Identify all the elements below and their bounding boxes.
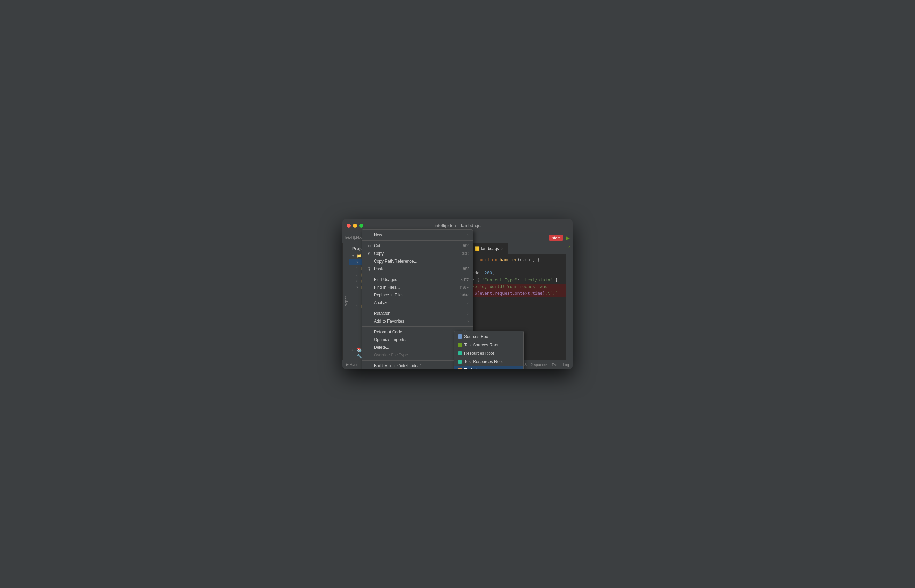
- tab-lambda-js[interactable]: 🟨 lambda.js ×: [470, 244, 508, 254]
- excluded-color: [458, 368, 462, 369]
- menu-item-new-label: New: [374, 233, 382, 237]
- menu-item-override-type-label: Override File Type: [374, 352, 408, 357]
- scratches-icon: 🔧: [357, 354, 362, 359]
- menu-item-build-label: Build Module 'intellij-idea': [374, 363, 421, 368]
- tab-lambda-js-label: 🟨 lambda.js: [474, 246, 499, 251]
- menu-item-favorites-label: Add to Favorites: [374, 319, 404, 324]
- find-files-shortcut: ⇧⌘F: [459, 285, 469, 290]
- menu-item-analyze-label: Analyze: [374, 300, 389, 305]
- menu-item-new[interactable]: New ›: [362, 231, 473, 239]
- new-arrow: ›: [467, 233, 469, 237]
- project-label: Project: [342, 244, 349, 360]
- replace-shortcut: ⇧⌘R: [459, 293, 469, 297]
- menu-item-find-usages[interactable]: Find Usages ⌥F7: [362, 276, 473, 284]
- validation-icon: ✓: [568, 245, 571, 249]
- menu-item-reformat-label: Reformat Code: [374, 330, 402, 334]
- menu-item-delete-label: Delete...: [374, 345, 389, 350]
- copy-icon: ⎘: [366, 252, 372, 256]
- cut-shortcut: ⌘X: [462, 244, 469, 248]
- right-rail: ✓: [566, 244, 573, 360]
- copy-shortcut: ⌘C: [462, 252, 469, 256]
- analyze-arrow: ›: [467, 300, 469, 305]
- menu-item-favorites[interactable]: Add to Favorites ›: [362, 317, 473, 325]
- submenu-excluded[interactable]: Excluded: [454, 366, 523, 369]
- menu-item-refactor-label: Refactor: [374, 311, 389, 316]
- separator-1: [362, 240, 473, 241]
- menu-item-find-files[interactable]: Find in Files... ⇧⌘F: [362, 284, 473, 291]
- find-usages-shortcut: ⌥F7: [460, 278, 469, 282]
- cut-icon: ✂: [366, 244, 372, 248]
- mark-directory-submenu: Sources Root Test Sources Root Resources…: [454, 331, 524, 369]
- refactor-arrow: ›: [467, 311, 469, 316]
- menu-item-copy-label: Copy: [374, 251, 384, 256]
- menu-item-analyze[interactable]: Analyze ›: [362, 299, 473, 307]
- test-resources-root-color: [458, 360, 462, 364]
- submenu-sources-root[interactable]: Sources Root: [454, 332, 523, 341]
- submenu-test-sources-root-label: Test Sources Root: [464, 342, 498, 347]
- minimize-button[interactable]: [353, 223, 357, 228]
- separator-2: [362, 274, 473, 275]
- resources-root-color: [458, 351, 462, 355]
- submenu-test-sources-root[interactable]: Test Sources Root: [454, 341, 523, 349]
- maximize-button[interactable]: [359, 223, 363, 228]
- menu-item-refactor[interactable]: Refactor ›: [362, 310, 473, 317]
- indent-info: 2 spaces*: [531, 363, 547, 367]
- submenu-resources-root-label: Resources Root: [464, 351, 494, 356]
- test-sources-root-color: [458, 343, 462, 347]
- separator-4: [362, 326, 473, 327]
- tab-lambda-js-close[interactable]: ×: [501, 246, 503, 251]
- submenu-test-resources-root-label: Test Resources Root: [464, 359, 503, 364]
- paste-shortcut: ⌘V: [462, 267, 469, 271]
- menu-item-paste[interactable]: ⎗ Paste ⌘V: [362, 265, 473, 273]
- menu-item-cut[interactable]: ✂ Cut ⌘X: [362, 242, 473, 250]
- menu-item-copy-path-label: Copy Path/Reference...: [374, 259, 417, 264]
- close-button[interactable]: [347, 223, 351, 228]
- run-config[interactable]: start: [549, 235, 563, 241]
- sources-root-color: [458, 334, 462, 339]
- submenu-excluded-label: Excluded: [464, 368, 481, 369]
- menu-item-replace[interactable]: Replace in Files... ⇧⌘R: [362, 291, 473, 299]
- submenu-test-resources-root[interactable]: Test Resources Root: [454, 357, 523, 366]
- favorites-arrow: ›: [467, 319, 469, 324]
- external-icon: 📚: [357, 347, 362, 352]
- root-folder-icon: 📁: [357, 253, 362, 258]
- event-log[interactable]: Event Log: [552, 363, 569, 367]
- submenu-sources-root-label: Sources Root: [464, 334, 490, 339]
- main-window: intellij-idea – lambda.js intellij-idea …: [342, 219, 573, 369]
- menu-item-copy[interactable]: ⎘ Copy ⌘C: [362, 250, 473, 257]
- menu-item-paste-label: Paste: [374, 267, 385, 271]
- run-button[interactable]: ▶: [566, 235, 570, 241]
- window-title: intellij-idea – lambda.js: [347, 223, 568, 228]
- submenu-resources-root[interactable]: Resources Root: [454, 349, 523, 357]
- traffic-lights: [347, 223, 363, 228]
- menu-item-cut-label: Cut: [374, 244, 381, 248]
- menu-item-find-usages-label: Find Usages: [374, 277, 397, 282]
- menu-item-copy-path[interactable]: Copy Path/Reference...: [362, 257, 473, 265]
- menu-item-replace-label: Replace in Files...: [374, 292, 407, 297]
- menu-item-find-files-label: Find in Files...: [374, 285, 400, 290]
- run-status[interactable]: ▶ Run: [346, 362, 357, 367]
- paste-icon: ⎗: [366, 267, 372, 271]
- menu-item-optimize-label: Optimize Imports: [374, 337, 405, 342]
